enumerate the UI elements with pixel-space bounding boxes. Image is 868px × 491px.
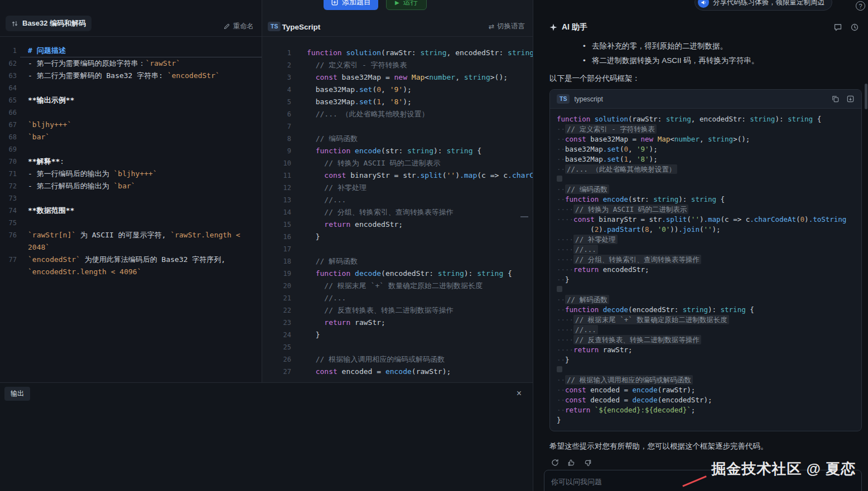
run-button[interactable]: ▶ 运行 xyxy=(386,0,427,10)
md-line[interactable]: 68`bar` xyxy=(0,131,262,143)
md-line[interactable]: 67`bljhy+++` xyxy=(0,119,262,131)
code-line[interactable]: 7 xyxy=(262,120,533,133)
copy-icon[interactable] xyxy=(831,95,840,103)
code-line[interactable]: 26 // 根据输入调用相应的编码或解码函数 xyxy=(262,353,533,366)
code-line[interactable]: 27 const encoded = encode(rawStr); xyxy=(262,366,533,378)
ai-code-lines: function solution(rawStr: string, encode… xyxy=(550,109,861,431)
line-number: 71 xyxy=(0,168,20,180)
line-number: 8 xyxy=(262,133,291,145)
code-line[interactable]: 5 base32Map.set(1, '8'); xyxy=(262,96,533,108)
line-number: 74 xyxy=(0,205,20,217)
md-line[interactable]: 66 xyxy=(0,106,262,119)
code-line[interactable]: 13 //... xyxy=(262,194,533,206)
line-number: 63 xyxy=(0,70,20,82)
code-line[interactable]: 4 base32Map.set(0, '9'); xyxy=(262,84,533,96)
workspace-left: Base32 编码和解码 重命名 1# 问题描述62- 第一行为需要编码的原始字… xyxy=(0,0,533,491)
line-number: 15 xyxy=(262,218,291,231)
md-line[interactable]: 74**数据范围** xyxy=(0,205,262,217)
md-line[interactable]: 62- 第一行为需要编码的原始字符串：`rawStr` xyxy=(0,57,262,70)
md-line[interactable]: 75 xyxy=(0,217,262,229)
md-line[interactable]: 64 xyxy=(0,82,262,94)
line-number: 64 xyxy=(0,82,20,94)
code-line[interactable]: 22 // 反查转换表、转换二进制数据等操作 xyxy=(262,304,533,317)
line-number: 9 xyxy=(262,145,291,157)
md-line[interactable]: 76`rawStr[n]` 为 ASCII 的可显示字符, `rawStr.le… xyxy=(0,229,262,254)
code-line[interactable]: 16 } xyxy=(262,231,533,243)
ai-code-line: ··base32Map.set(1, '8'); xyxy=(557,154,855,164)
md-line[interactable]: 77`encodedStr` 为使用此算法编码后的 Base32 字符序列, `… xyxy=(0,254,262,278)
thumb-up-icon[interactable] xyxy=(567,458,576,467)
code-line[interactable]: 6 //... （此处省略其他映射设置） xyxy=(262,108,533,120)
ai-outro-text: 希望这些提示对您有所帮助，您可以根据这个框架逐步完善代码。 xyxy=(549,440,862,453)
history-icon[interactable] xyxy=(850,23,859,32)
md-line[interactable]: 69 xyxy=(0,143,262,155)
code-line[interactable]: 23 return rawStr; xyxy=(262,317,533,329)
scrollbar-thumb[interactable] xyxy=(865,84,867,109)
ai-code-line: ··const decoded = decode(encodedStr); xyxy=(557,395,855,405)
code-line[interactable]: 8 // 编码函数 xyxy=(262,133,533,145)
code-line[interactable]: 2 // 定义索引 - 字符转换表 xyxy=(262,59,533,71)
share-campaign-pill[interactable]: 分享代码练习体验，领限量定制周边 xyxy=(695,0,832,11)
line-number: 26 xyxy=(262,353,291,366)
close-icon[interactable]: × xyxy=(517,389,522,398)
line-number: 17 xyxy=(262,243,291,255)
language-title: TypeScript xyxy=(282,23,320,31)
problem-editor[interactable]: 1# 问题描述62- 第一行为需要编码的原始字符串：`rawStr`63- 第二… xyxy=(0,37,262,382)
switch-language-icon: ⇄ xyxy=(489,22,494,31)
code-line[interactable]: 17 xyxy=(262,243,533,255)
md-line[interactable]: 63- 第二行为需要解码的 Base32 字符串: `encodedStr` xyxy=(0,70,262,82)
line-number: 20 xyxy=(262,280,291,292)
code-line[interactable]: 14 // 分组、转换索引、查询转换表等操作 xyxy=(262,206,533,218)
code-line[interactable]: 24 } xyxy=(262,329,533,341)
ai-question-input[interactable] xyxy=(551,478,855,486)
sparkle-icon xyxy=(549,23,557,31)
ai-code-line: ··// 解码函数 xyxy=(557,295,855,305)
code-line[interactable]: 15 return encodedStr; xyxy=(262,218,533,231)
ai-code-line: ····// 补零处理 xyxy=(557,235,855,245)
line-number: 22 xyxy=(262,304,291,317)
line-number: 5 xyxy=(262,96,291,108)
insert-code-icon[interactable] xyxy=(846,95,855,103)
editor-scroll-dash[interactable] xyxy=(520,216,528,217)
code-line[interactable]: 12 // 补零处理 xyxy=(262,182,533,194)
md-line[interactable]: 65**输出示例** xyxy=(0,94,262,106)
refresh-icon[interactable] xyxy=(551,458,560,467)
line-number: 75 xyxy=(0,217,20,229)
ai-code-line: ····// 转换为 ASCII 码的二进制表示 xyxy=(557,205,855,215)
code-line[interactable]: 21 //... xyxy=(262,292,533,304)
help-icon[interactable]: ? xyxy=(856,1,865,11)
code-line[interactable]: 3 const base32Map = new Map<number, stri… xyxy=(262,71,533,84)
code-editor-lines[interactable]: 1function solution(rawStr: string, encod… xyxy=(262,37,533,382)
code-line[interactable]: 18 // 解码函数 xyxy=(262,255,533,268)
add-problem-button[interactable]: 添加题目 xyxy=(324,0,378,10)
code-line[interactable]: 20 // 根据末尾 `+` 数量确定原始二进制数据长度 xyxy=(262,280,533,292)
ai-code-line: ··} xyxy=(557,275,855,285)
code-language-label: typescript xyxy=(574,95,602,103)
md-line[interactable]: 1# 问题描述 xyxy=(0,45,262,57)
code-line[interactable]: 9 function encode(str: string): string { xyxy=(262,145,533,157)
ai-code-line: ··const encoded = encode(rawStr); xyxy=(557,385,855,395)
thumb-down-icon[interactable] xyxy=(584,458,592,467)
line-number: 65 xyxy=(0,94,20,106)
rename-button[interactable]: 重命名 xyxy=(223,22,254,31)
ai-code-line: function solution(rawStr: string, encode… xyxy=(557,114,855,124)
ai-assistant-panel: AI 助手 去除补充的零，得到原始的二进制数据。将二进制数据转换为 ASCII … xyxy=(533,0,868,491)
code-line[interactable]: 25 xyxy=(262,341,533,353)
switch-language-label: 切换语言 xyxy=(497,22,525,31)
md-line[interactable]: 71- 第一行编码后的输出为 `bljhy+++` xyxy=(0,168,262,180)
output-tab[interactable]: 输出 xyxy=(4,387,30,401)
code-line[interactable]: 10 // 转换为 ASCII 码的二进制表示 xyxy=(262,157,533,169)
ai-response-actions xyxy=(549,458,862,467)
md-line[interactable]: 72- 第二行解码后的输出为 `bar` xyxy=(0,180,262,192)
line-number: 27 xyxy=(262,366,291,378)
message-icon[interactable] xyxy=(833,23,842,32)
problem-title-chip[interactable]: Base32 编码和解码 xyxy=(6,16,91,31)
line-number: 1 xyxy=(0,45,20,57)
ai-header-icons xyxy=(833,23,859,32)
md-line[interactable]: 73 xyxy=(0,192,262,205)
code-line[interactable]: 19 function decode(encodedStr: string): … xyxy=(262,268,533,280)
switch-language-button[interactable]: ⇄ 切换语言 xyxy=(489,22,525,31)
md-line[interactable]: 70**解释**: xyxy=(0,155,262,168)
code-line[interactable]: 1function solution(rawStr: string, encod… xyxy=(262,47,533,59)
code-line[interactable]: 11 const binaryStr = str.split('').map(c… xyxy=(262,169,533,182)
